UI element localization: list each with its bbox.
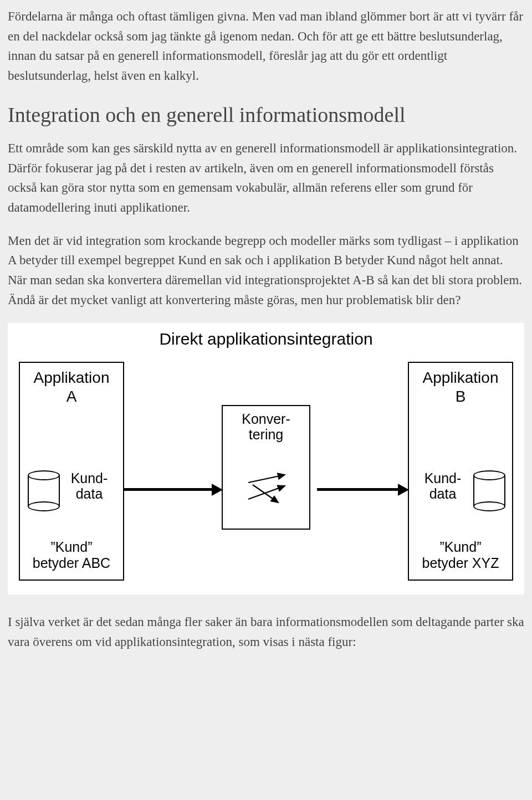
body-paragraph-4: I själva verket är det sedan många fler …	[8, 612, 524, 652]
body-paragraph-2: Ett område som kan ges särskild nytta av…	[8, 139, 524, 218]
diagram-app-b-data-label: Kund- data	[418, 471, 468, 501]
intro-paragraph-1: Fördelarna är många och oftast tämligen …	[8, 7, 524, 86]
svg-line-0	[248, 475, 285, 483]
body-paragraph-3: Men det är vid integration som krockande…	[8, 231, 524, 310]
diagram-app-b-meaning-line2: betyder XYZ	[422, 555, 499, 571]
diagram-app-b-meaning-line1: ”Kund”	[439, 539, 481, 555]
diagram-app-a-box: Applikation A Kund- data ”Kund” betyder …	[19, 362, 124, 581]
diagram-conversion-label-line2: tering	[249, 427, 284, 442]
diagram-app-a-meaning-line2: betyder ABC	[33, 555, 110, 571]
arrow-head-icon	[398, 484, 409, 496]
diagram-conversion-label-line1: Konver-	[242, 411, 290, 427]
crossed-arrows-icon	[245, 473, 289, 506]
database-cylinder-icon	[28, 470, 60, 511]
diagram-app-a-data-label-line2: data	[76, 486, 103, 501]
arrow-head-icon	[212, 484, 223, 496]
diagram-app-b-label-line2: B	[456, 388, 466, 405]
diagram-app-a-label: Applikation A	[20, 368, 123, 406]
diagram-app-a-meaning: ”Kund” betyder ABC	[20, 539, 123, 571]
diagram-app-a-label-line1: Applikation	[34, 369, 110, 386]
database-cylinder-icon	[473, 470, 505, 511]
diagram-app-a-label-line2: A	[66, 388, 77, 405]
svg-line-1	[248, 486, 285, 499]
diagram-app-b-box: Applikation B Kund- data ”Kund” betyder …	[408, 362, 513, 581]
diagram-app-b-data-label-line1: Kund-	[424, 470, 462, 486]
diagram-app-a-data-label-line1: Kund-	[71, 470, 108, 486]
diagram-title: Direkt applikationsintegration	[8, 330, 524, 348]
arrow-line-icon	[124, 488, 214, 491]
section-heading: Integration och en generell informations…	[8, 102, 524, 128]
diagram-app-b-data-label-line2: data	[429, 486, 457, 501]
diagram-app-b-label-line1: Applikation	[423, 369, 499, 386]
diagram-app-b-label: Applikation B	[409, 368, 512, 406]
diagram-app-b-meaning: ”Kund” betyder XYZ	[409, 539, 512, 571]
diagram-direct-integration: Direkt applikationsintegration Applikati…	[8, 323, 524, 594]
diagram-app-a-data-label: Kund- data	[64, 471, 114, 501]
diagram-conversion-label: Konver- tering	[223, 412, 309, 442]
diagram-conversion-box: Konver- tering	[222, 405, 310, 530]
arrow-line-icon	[317, 488, 400, 491]
svg-line-2	[253, 485, 278, 502]
diagram-app-a-meaning-line1: ”Kund”	[50, 539, 92, 555]
